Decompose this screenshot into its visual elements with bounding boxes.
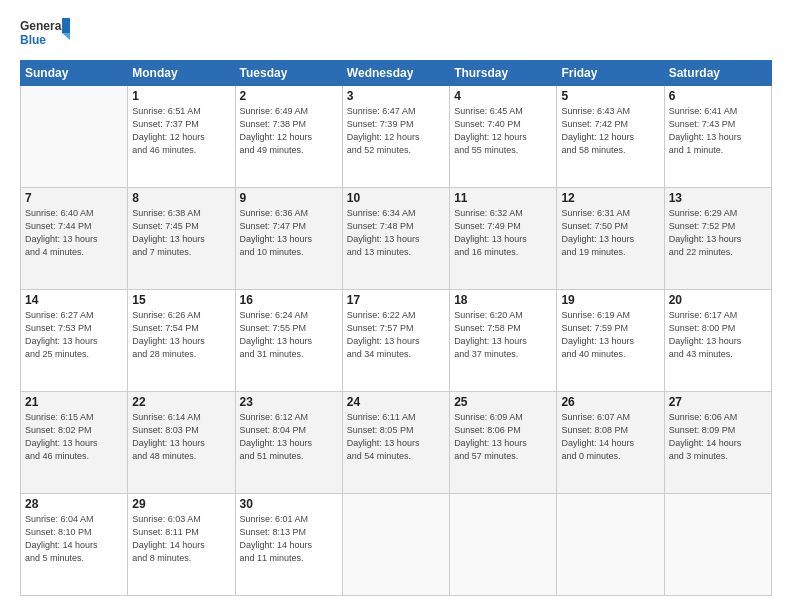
calendar-day-cell xyxy=(21,86,128,188)
calendar-day-cell: 14Sunrise: 6:27 AM Sunset: 7:53 PM Dayli… xyxy=(21,290,128,392)
day-info: Sunrise: 6:24 AM Sunset: 7:55 PM Dayligh… xyxy=(240,309,338,361)
day-info: Sunrise: 6:36 AM Sunset: 7:47 PM Dayligh… xyxy=(240,207,338,259)
logo: General Blue xyxy=(20,16,70,50)
day-info: Sunrise: 6:03 AM Sunset: 8:11 PM Dayligh… xyxy=(132,513,230,565)
day-number: 12 xyxy=(561,191,659,205)
calendar-day-cell: 29Sunrise: 6:03 AM Sunset: 8:11 PM Dayli… xyxy=(128,494,235,596)
day-number: 20 xyxy=(669,293,767,307)
day-number: 22 xyxy=(132,395,230,409)
calendar-day-cell: 30Sunrise: 6:01 AM Sunset: 8:13 PM Dayli… xyxy=(235,494,342,596)
day-number: 3 xyxy=(347,89,445,103)
calendar-header-row: SundayMondayTuesdayWednesdayThursdayFrid… xyxy=(21,61,772,86)
calendar-day-cell: 19Sunrise: 6:19 AM Sunset: 7:59 PM Dayli… xyxy=(557,290,664,392)
day-info: Sunrise: 6:26 AM Sunset: 7:54 PM Dayligh… xyxy=(132,309,230,361)
svg-text:Blue: Blue xyxy=(20,33,46,47)
calendar-day-cell: 17Sunrise: 6:22 AM Sunset: 7:57 PM Dayli… xyxy=(342,290,449,392)
weekday-header: Monday xyxy=(128,61,235,86)
day-info: Sunrise: 6:01 AM Sunset: 8:13 PM Dayligh… xyxy=(240,513,338,565)
calendar-day-cell: 4Sunrise: 6:45 AM Sunset: 7:40 PM Daylig… xyxy=(450,86,557,188)
day-number: 24 xyxy=(347,395,445,409)
day-number: 18 xyxy=(454,293,552,307)
day-number: 23 xyxy=(240,395,338,409)
day-info: Sunrise: 6:51 AM Sunset: 7:37 PM Dayligh… xyxy=(132,105,230,157)
weekday-header: Tuesday xyxy=(235,61,342,86)
calendar-day-cell: 15Sunrise: 6:26 AM Sunset: 7:54 PM Dayli… xyxy=(128,290,235,392)
calendar-day-cell: 13Sunrise: 6:29 AM Sunset: 7:52 PM Dayli… xyxy=(664,188,771,290)
calendar-day-cell: 27Sunrise: 6:06 AM Sunset: 8:09 PM Dayli… xyxy=(664,392,771,494)
day-info: Sunrise: 6:07 AM Sunset: 8:08 PM Dayligh… xyxy=(561,411,659,463)
calendar-day-cell: 2Sunrise: 6:49 AM Sunset: 7:38 PM Daylig… xyxy=(235,86,342,188)
day-info: Sunrise: 6:43 AM Sunset: 7:42 PM Dayligh… xyxy=(561,105,659,157)
calendar-day-cell xyxy=(342,494,449,596)
day-info: Sunrise: 6:09 AM Sunset: 8:06 PM Dayligh… xyxy=(454,411,552,463)
calendar-day-cell xyxy=(450,494,557,596)
day-number: 4 xyxy=(454,89,552,103)
day-number: 17 xyxy=(347,293,445,307)
day-number: 29 xyxy=(132,497,230,511)
day-number: 21 xyxy=(25,395,123,409)
day-number: 10 xyxy=(347,191,445,205)
day-number: 15 xyxy=(132,293,230,307)
day-info: Sunrise: 6:14 AM Sunset: 8:03 PM Dayligh… xyxy=(132,411,230,463)
day-info: Sunrise: 6:04 AM Sunset: 8:10 PM Dayligh… xyxy=(25,513,123,565)
calendar-day-cell: 20Sunrise: 6:17 AM Sunset: 8:00 PM Dayli… xyxy=(664,290,771,392)
day-number: 8 xyxy=(132,191,230,205)
calendar-day-cell: 7Sunrise: 6:40 AM Sunset: 7:44 PM Daylig… xyxy=(21,188,128,290)
day-info: Sunrise: 6:31 AM Sunset: 7:50 PM Dayligh… xyxy=(561,207,659,259)
day-info: Sunrise: 6:15 AM Sunset: 8:02 PM Dayligh… xyxy=(25,411,123,463)
day-info: Sunrise: 6:27 AM Sunset: 7:53 PM Dayligh… xyxy=(25,309,123,361)
calendar-day-cell: 22Sunrise: 6:14 AM Sunset: 8:03 PM Dayli… xyxy=(128,392,235,494)
day-number: 1 xyxy=(132,89,230,103)
calendar-week-row: 1Sunrise: 6:51 AM Sunset: 7:37 PM Daylig… xyxy=(21,86,772,188)
svg-marker-3 xyxy=(62,33,70,40)
day-number: 26 xyxy=(561,395,659,409)
logo-svg: General Blue xyxy=(20,16,70,50)
day-info: Sunrise: 6:11 AM Sunset: 8:05 PM Dayligh… xyxy=(347,411,445,463)
calendar-day-cell: 18Sunrise: 6:20 AM Sunset: 7:58 PM Dayli… xyxy=(450,290,557,392)
calendar-day-cell: 5Sunrise: 6:43 AM Sunset: 7:42 PM Daylig… xyxy=(557,86,664,188)
day-info: Sunrise: 6:20 AM Sunset: 7:58 PM Dayligh… xyxy=(454,309,552,361)
calendar-day-cell: 23Sunrise: 6:12 AM Sunset: 8:04 PM Dayli… xyxy=(235,392,342,494)
day-number: 19 xyxy=(561,293,659,307)
calendar-week-row: 21Sunrise: 6:15 AM Sunset: 8:02 PM Dayli… xyxy=(21,392,772,494)
day-info: Sunrise: 6:17 AM Sunset: 8:00 PM Dayligh… xyxy=(669,309,767,361)
calendar-day-cell: 1Sunrise: 6:51 AM Sunset: 7:37 PM Daylig… xyxy=(128,86,235,188)
calendar-table: SundayMondayTuesdayWednesdayThursdayFrid… xyxy=(20,60,772,596)
day-info: Sunrise: 6:40 AM Sunset: 7:44 PM Dayligh… xyxy=(25,207,123,259)
day-info: Sunrise: 6:34 AM Sunset: 7:48 PM Dayligh… xyxy=(347,207,445,259)
calendar-day-cell: 16Sunrise: 6:24 AM Sunset: 7:55 PM Dayli… xyxy=(235,290,342,392)
day-info: Sunrise: 6:45 AM Sunset: 7:40 PM Dayligh… xyxy=(454,105,552,157)
calendar-day-cell: 8Sunrise: 6:38 AM Sunset: 7:45 PM Daylig… xyxy=(128,188,235,290)
day-number: 11 xyxy=(454,191,552,205)
day-info: Sunrise: 6:49 AM Sunset: 7:38 PM Dayligh… xyxy=(240,105,338,157)
page: General Blue SundayMondayTuesdayWednesda… xyxy=(0,0,792,612)
day-info: Sunrise: 6:38 AM Sunset: 7:45 PM Dayligh… xyxy=(132,207,230,259)
day-number: 25 xyxy=(454,395,552,409)
calendar-day-cell: 25Sunrise: 6:09 AM Sunset: 8:06 PM Dayli… xyxy=(450,392,557,494)
day-number: 28 xyxy=(25,497,123,511)
weekday-header: Friday xyxy=(557,61,664,86)
calendar-day-cell: 6Sunrise: 6:41 AM Sunset: 7:43 PM Daylig… xyxy=(664,86,771,188)
day-info: Sunrise: 6:32 AM Sunset: 7:49 PM Dayligh… xyxy=(454,207,552,259)
svg-marker-2 xyxy=(62,18,70,33)
day-number: 9 xyxy=(240,191,338,205)
day-info: Sunrise: 6:22 AM Sunset: 7:57 PM Dayligh… xyxy=(347,309,445,361)
day-number: 13 xyxy=(669,191,767,205)
day-info: Sunrise: 6:29 AM Sunset: 7:52 PM Dayligh… xyxy=(669,207,767,259)
day-number: 27 xyxy=(669,395,767,409)
weekday-header: Sunday xyxy=(21,61,128,86)
calendar-day-cell xyxy=(557,494,664,596)
day-number: 7 xyxy=(25,191,123,205)
calendar-day-cell xyxy=(664,494,771,596)
day-number: 5 xyxy=(561,89,659,103)
day-info: Sunrise: 6:19 AM Sunset: 7:59 PM Dayligh… xyxy=(561,309,659,361)
day-number: 14 xyxy=(25,293,123,307)
calendar-week-row: 28Sunrise: 6:04 AM Sunset: 8:10 PM Dayli… xyxy=(21,494,772,596)
weekday-header: Wednesday xyxy=(342,61,449,86)
calendar-day-cell: 28Sunrise: 6:04 AM Sunset: 8:10 PM Dayli… xyxy=(21,494,128,596)
day-info: Sunrise: 6:47 AM Sunset: 7:39 PM Dayligh… xyxy=(347,105,445,157)
calendar-day-cell: 24Sunrise: 6:11 AM Sunset: 8:05 PM Dayli… xyxy=(342,392,449,494)
calendar-day-cell: 10Sunrise: 6:34 AM Sunset: 7:48 PM Dayli… xyxy=(342,188,449,290)
calendar-day-cell: 21Sunrise: 6:15 AM Sunset: 8:02 PM Dayli… xyxy=(21,392,128,494)
weekday-header: Thursday xyxy=(450,61,557,86)
